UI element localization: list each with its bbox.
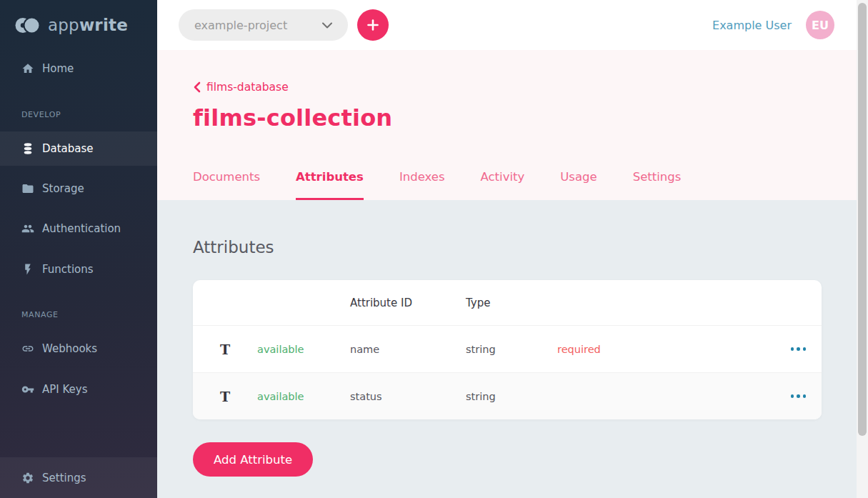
- tab-settings[interactable]: Settings: [633, 170, 682, 200]
- appwrite-logo-icon: [14, 16, 41, 35]
- sidebar-item-label: Settings: [42, 472, 86, 484]
- sidebar-item-authentication[interactable]: Authentication: [0, 211, 157, 246]
- page-header: films-database films-collection Document…: [157, 50, 868, 200]
- sidebar-item-home[interactable]: Home: [0, 51, 157, 86]
- sidebar-item-label: Database: [42, 142, 94, 155]
- sidebar-item-api-keys[interactable]: API Keys: [0, 372, 157, 407]
- sidebar-section-develop: DEVELOP: [0, 110, 157, 120]
- scrollbar-thumb[interactable]: [858, 3, 867, 436]
- table-row: T available name string required: [193, 325, 822, 372]
- tab-bar: Documents Attributes Indexes Activity Us…: [193, 170, 868, 200]
- add-project-button[interactable]: [357, 9, 389, 41]
- sidebar-item-functions[interactable]: Functions: [0, 252, 157, 287]
- sidebar-item-database[interactable]: Database: [0, 131, 157, 166]
- plus-icon: [367, 19, 379, 31]
- sidebar-item-label: Authentication: [42, 222, 121, 235]
- column-header-attribute-id: Attribute ID: [350, 297, 466, 309]
- sidebar-nav: Home DEVELOP Database Storage Authent: [0, 51, 157, 407]
- sidebar-footer: Settings: [0, 457, 157, 498]
- database-icon: [21, 142, 34, 155]
- main-area: example-project Example User EU films-da…: [157, 0, 868, 498]
- row-actions-button[interactable]: [789, 390, 808, 402]
- project-selector[interactable]: example-project: [179, 9, 348, 41]
- column-header-type: Type: [466, 297, 557, 309]
- sidebar-item-label: Storage: [42, 182, 84, 195]
- sidebar-item-storage[interactable]: Storage: [0, 171, 157, 206]
- api-keys-icon: [21, 383, 34, 396]
- home-icon: [21, 62, 34, 75]
- status-badge: available: [257, 344, 350, 355]
- sidebar-item-label: Functions: [42, 263, 94, 276]
- table-header-row: Attribute ID Type: [193, 280, 822, 325]
- sidebar: appwrite Home DEVELOP Database Sto: [0, 0, 157, 498]
- sidebar-item-settings[interactable]: Settings: [0, 457, 157, 498]
- sidebar-item-webhooks[interactable]: Webhooks: [0, 332, 157, 366]
- back-chevron-icon: [193, 81, 201, 93]
- chevron-down-icon: [322, 22, 332, 29]
- scrollbar[interactable]: [857, 0, 868, 498]
- page-title: films-collection: [193, 104, 868, 131]
- attribute-id-cell: status: [350, 391, 466, 402]
- table-row: T available status string: [193, 372, 822, 419]
- type-cell: string: [466, 344, 557, 355]
- tab-documents[interactable]: Documents: [193, 170, 260, 200]
- topbar: example-project Example User EU: [157, 0, 868, 50]
- sidebar-item-label: Webhooks: [42, 342, 97, 355]
- appwrite-logo[interactable]: appwrite: [0, 0, 157, 50]
- sidebar-item-label: API Keys: [42, 383, 88, 396]
- section-heading: Attributes: [193, 238, 868, 257]
- avatar[interactable]: EU: [806, 11, 834, 39]
- storage-icon: [21, 182, 34, 195]
- appwrite-logo-text: appwrite: [48, 16, 128, 34]
- ellipsis-icon: [791, 394, 794, 398]
- tab-attributes[interactable]: Attributes: [296, 170, 364, 200]
- content-area: Attributes Attribute ID Type T available…: [157, 200, 868, 498]
- tab-activity[interactable]: Activity: [481, 170, 525, 200]
- text-attribute-icon: T: [220, 389, 257, 404]
- settings-icon: [21, 472, 34, 484]
- text-attribute-icon: T: [220, 342, 257, 357]
- user-menu-link[interactable]: Example User: [712, 19, 792, 32]
- type-cell: string: [466, 391, 557, 402]
- authentication-icon: [21, 222, 34, 235]
- required-flag: required: [557, 344, 757, 355]
- add-attribute-button[interactable]: Add Attribute: [193, 442, 313, 477]
- row-actions-button[interactable]: [789, 343, 808, 355]
- webhooks-icon: [21, 342, 34, 355]
- project-selector-value: example-project: [194, 19, 287, 32]
- ellipsis-icon: [791, 347, 794, 351]
- functions-icon: [21, 263, 34, 276]
- attribute-id-cell: name: [350, 344, 466, 355]
- breadcrumb-back-link[interactable]: films-database: [193, 81, 289, 94]
- status-badge: available: [257, 391, 350, 402]
- sidebar-section-manage: MANAGE: [0, 310, 157, 320]
- tab-indexes[interactable]: Indexes: [399, 170, 445, 200]
- attributes-table: Attribute ID Type T available name strin…: [193, 280, 822, 419]
- tab-usage[interactable]: Usage: [560, 170, 597, 200]
- sidebar-item-label: Home: [42, 62, 74, 75]
- breadcrumb-label: films-database: [206, 81, 289, 94]
- app-root: appwrite Home DEVELOP Database Sto: [0, 0, 868, 498]
